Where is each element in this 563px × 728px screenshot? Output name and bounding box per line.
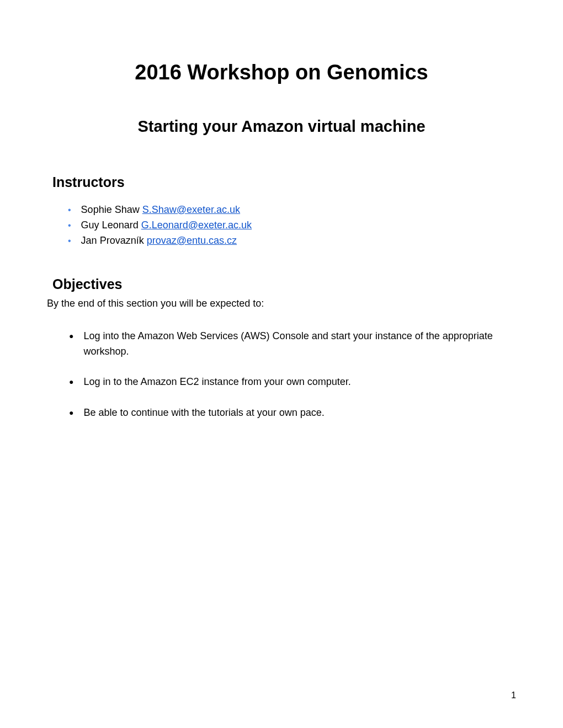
instructor-name: Jan Provazník <box>81 233 144 249</box>
bullet-icon: ● <box>69 330 73 342</box>
instructors-list: • Sophie Shaw S.Shaw@exeter.ac.uk • Guy … <box>69 202 516 249</box>
objective-text: Be able to continue with the tutorials a… <box>83 405 516 421</box>
list-item: • Sophie Shaw S.Shaw@exeter.ac.uk <box>69 202 516 218</box>
instructor-name: Sophie Shaw <box>81 202 140 218</box>
objectives-heading: Objectives <box>52 276 516 292</box>
bullet-icon: ● <box>69 407 73 419</box>
instructor-email-link[interactable]: G.Leonard@exeter.ac.uk <box>141 218 252 233</box>
list-item: ● Log in to the Amazon EC2 instance from… <box>69 374 516 390</box>
page-subtitle: Starting your Amazon virtual machine <box>47 117 516 136</box>
instructor-email-link[interactable]: S.Shaw@exeter.ac.uk <box>142 202 240 218</box>
instructor-name: Guy Leonard <box>81 218 139 233</box>
objective-text: Log in to the Amazon EC2 instance from y… <box>83 374 516 390</box>
list-item: ● Be able to continue with the tutorials… <box>69 405 516 421</box>
bullet-icon: ● <box>69 376 73 388</box>
objectives-list: ● Log into the Amazon Web Services (AWS)… <box>69 329 516 421</box>
page-title: 2016 Workshop on Genomics <box>47 61 516 84</box>
bullet-icon: • <box>68 234 71 248</box>
bullet-icon: • <box>68 204 71 217</box>
page-number: 1 <box>511 690 516 700</box>
objectives-intro: By the end of this section you will be e… <box>47 298 516 309</box>
bullet-icon: • <box>68 219 71 233</box>
instructor-email-link[interactable]: provaz@entu.cas.cz <box>147 233 237 249</box>
list-item: ● Log into the Amazon Web Services (AWS)… <box>69 329 516 360</box>
instructors-heading: Instructors <box>52 174 516 190</box>
list-item: • Jan Provazník provaz@entu.cas.cz <box>69 233 516 249</box>
objective-text: Log into the Amazon Web Services (AWS) C… <box>83 329 516 360</box>
list-item: • Guy Leonard G.Leonard@exeter.ac.uk <box>69 218 516 233</box>
